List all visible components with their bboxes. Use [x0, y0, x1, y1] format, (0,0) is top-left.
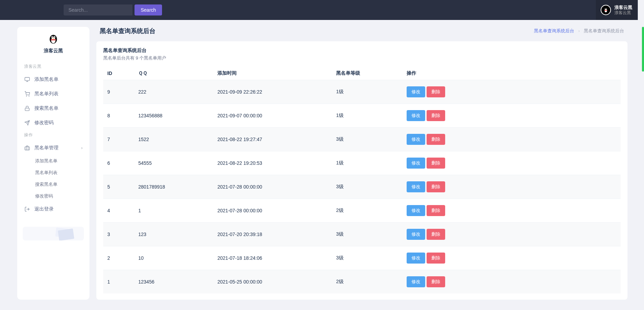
edit-button[interactable]: 修改 [407, 229, 425, 240]
cell-time: 2021-07-18 18:24:06 [213, 246, 332, 270]
cell-level: 3级 [332, 223, 402, 246]
delete-button[interactable]: 删除 [427, 86, 445, 97]
search-button[interactable]: Search [135, 4, 162, 15]
table-row: 715222021-08-22 19:27:473级修改删除 [103, 128, 621, 151]
sidebar-item-add[interactable]: 添加黑名单 [17, 72, 89, 87]
cell-time: 2021-07-28 00:00:00 [213, 199, 332, 223]
cell-qq: 2801789918 [134, 175, 213, 199]
sidebar-sub-list[interactable]: 黑名单列表 [35, 167, 89, 179]
cell-actions: 修改删除 [402, 223, 621, 246]
edit-button[interactable]: 修改 [407, 205, 425, 216]
sidebar-submenu: 添加黑名单 黑名单列表 搜索黑名单 修改密码 [17, 155, 89, 202]
chevron-right-icon: › [578, 28, 580, 33]
table-row: 81234568882021-09-07 00:00:001级修改删除 [103, 104, 621, 128]
delete-button[interactable]: 删除 [427, 181, 445, 192]
search-group: Search [64, 4, 162, 15]
svg-rect-21 [25, 108, 29, 110]
logout-icon [24, 206, 30, 212]
cell-id: 2 [103, 246, 134, 270]
sidebar-sub-search[interactable]: 搜索黑名单 [35, 179, 89, 190]
table-row: 11234562021-05-25 00:00:002级修改删除 [103, 270, 621, 294]
cell-time: 2021-07-28 00:00:00 [213, 175, 332, 199]
cell-time: 2021-08-22 19:27:47 [213, 128, 332, 151]
sidebar-sub-add[interactable]: 添加黑名单 [35, 155, 89, 167]
sidebar-item-logout[interactable]: 退出登录 [17, 202, 89, 216]
cell-actions: 修改删除 [402, 104, 621, 128]
delete-button[interactable]: 删除 [427, 276, 445, 287]
sidebar: 浪客云黑 浪客云黑 添加黑名单 黑名单列表 搜索黑名单 修改密码 [17, 27, 89, 300]
cell-actions: 修改删除 [402, 151, 621, 175]
scrollbar-thumb[interactable] [642, 27, 644, 72]
breadcrumb-root[interactable]: 黑名单查询系统后台 [534, 28, 574, 33]
sidebar-item-search[interactable]: 搜索黑名单 [17, 101, 89, 116]
sidebar-item-label: 黑名单管理 [34, 145, 58, 151]
cell-time: 2021-07-20 20:39:18 [213, 223, 332, 246]
cell-level: 3级 [332, 128, 402, 151]
cell-level: 1级 [332, 151, 402, 175]
penguin-icon [603, 7, 609, 13]
col-qq: ＱＱ [134, 67, 213, 80]
edit-button[interactable]: 修改 [407, 134, 425, 145]
cell-level: 1级 [332, 80, 402, 104]
edit-button[interactable]: 修改 [407, 253, 425, 264]
edit-button[interactable]: 修改 [407, 86, 425, 97]
cell-id: 6 [103, 151, 134, 175]
data-card: 黑名单查询系统后台 黑名单后台共有 9 个黑名单用户 ID ＱＱ 添加时间 黑名… [96, 41, 627, 300]
cell-actions: 修改删除 [402, 199, 621, 223]
col-level: 黑名单等级 [332, 67, 402, 80]
sidebar-item-label: 黑名单列表 [34, 91, 58, 97]
brand-text: 浪客云黑 [17, 48, 89, 54]
delete-button[interactable]: 删除 [427, 134, 445, 145]
cell-qq: 1 [134, 199, 213, 223]
sidebar-item-list[interactable]: 黑名单列表 [17, 87, 89, 101]
cell-level: 2级 [332, 270, 402, 294]
col-action: 操作 [402, 67, 621, 80]
breadcrumb: 黑名单查询系统后台 › 黑名单查询系统后台 [534, 28, 624, 34]
svg-point-13 [54, 37, 55, 38]
cell-id: 9 [103, 80, 134, 104]
table-row: 412021-07-28 00:00:002级修改删除 [103, 199, 621, 223]
user-menu[interactable]: 浪客云黑 浪客云黑 [596, 0, 637, 20]
sidebar-section-label: 浪客云黑 [17, 62, 89, 72]
sidebar-item-password[interactable]: 修改密码 [17, 116, 89, 130]
search-input[interactable] [64, 4, 132, 15]
cell-qq: 123456 [134, 270, 213, 294]
cell-level: 3级 [332, 246, 402, 270]
cell-level: 1级 [332, 104, 402, 128]
delete-button[interactable]: 删除 [427, 158, 445, 169]
sidebar-item-label: 修改密码 [34, 120, 54, 126]
table-row: 92222021-09-09 22:26:221级修改删除 [103, 80, 621, 104]
cell-qq: 222 [134, 80, 213, 104]
cell-qq: 54555 [134, 151, 213, 175]
delete-button[interactable]: 删除 [427, 110, 445, 121]
chevron-right-icon: › [81, 146, 83, 150]
cell-qq: 10 [134, 246, 213, 270]
svg-point-19 [26, 96, 26, 96]
edit-button[interactable]: 修改 [407, 158, 425, 169]
delete-button[interactable]: 删除 [427, 205, 445, 216]
briefcase-icon [24, 145, 30, 151]
cell-id: 8 [103, 104, 134, 128]
cell-id: 4 [103, 199, 134, 223]
col-id: ID [103, 67, 134, 80]
page-title: 黑名单查询系统后台 [100, 27, 155, 35]
cell-id: 3 [103, 223, 134, 246]
edit-button[interactable]: 修改 [407, 276, 425, 287]
edit-button[interactable]: 修改 [407, 110, 425, 121]
delete-button[interactable]: 删除 [427, 253, 445, 264]
svg-rect-7 [604, 10, 607, 11]
sidebar-sub-password[interactable]: 修改密码 [35, 190, 89, 202]
cell-actions: 修改删除 [402, 80, 621, 104]
sidebar-item-label: 搜索黑名单 [34, 105, 58, 111]
cell-time: 2021-09-09 22:26:22 [213, 80, 332, 104]
table-row: 31232021-07-20 20:39:183级修改删除 [103, 223, 621, 246]
avatar [601, 5, 611, 15]
delete-button[interactable]: 删除 [427, 229, 445, 240]
user-sub: 浪客云黑 [614, 10, 632, 15]
cell-level: 2级 [332, 199, 402, 223]
cell-actions: 修改删除 [402, 270, 621, 294]
edit-button[interactable]: 修改 [407, 181, 425, 192]
sidebar-item-manage[interactable]: 黑名单管理 › [17, 141, 89, 155]
breadcrumb-current: 黑名单查询系统后台 [584, 28, 624, 33]
topbar: Search 浪客云黑 浪客云黑 [0, 0, 644, 20]
